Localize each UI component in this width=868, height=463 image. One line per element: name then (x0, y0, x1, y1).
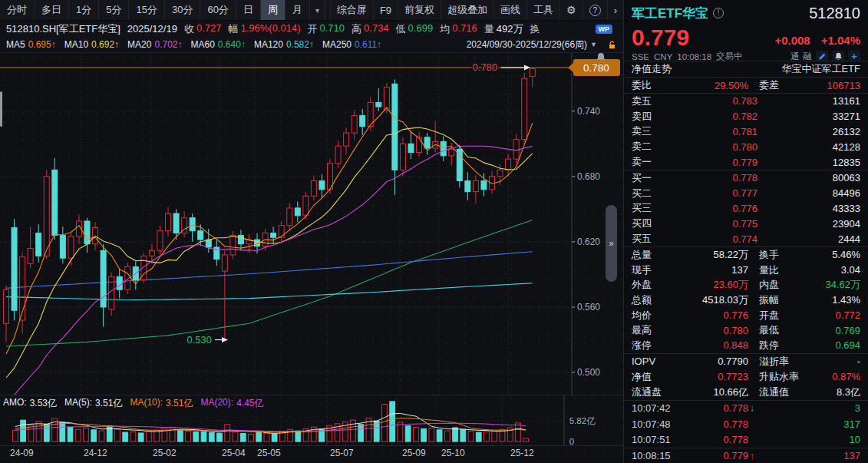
tick-list[interactable]: 10:07:420.778↓310:07:480.77831710:07:510… (624, 401, 868, 463)
volume-bar (398, 422, 403, 442)
candle (351, 115, 357, 133)
candle (279, 226, 284, 238)
ask-row[interactable]: 卖三0.78126132 (624, 124, 868, 140)
tool-button-3[interactable]: 超级叠加 (441, 0, 493, 20)
ma-legend-items: MA50.695↑MA100.692↑MA200.702↑MA600.640↑M… (6, 39, 381, 50)
tab-period-7[interactable]: 日 (236, 0, 261, 20)
volume-bar (476, 432, 481, 442)
more-chevron-icon[interactable]: › (607, 0, 623, 20)
candle (473, 180, 478, 191)
help-button[interactable]: ? (583, 0, 607, 20)
candle (4, 289, 9, 323)
y-axis-label: 0.680 (577, 171, 600, 182)
price-change-pct: +1.04% (821, 34, 860, 47)
y-axis-label: 0.560 (577, 302, 600, 313)
bid-queue: 买一0.77880063买二0.77784496买三0.77643333买四0.… (624, 170, 868, 247)
price-chart-svg[interactable]: 0.7400.6800.6200.5600.5000.7800.5300.780 (0, 53, 623, 395)
candle (344, 133, 349, 146)
candle (457, 149, 462, 180)
weicha-label: 委差 (759, 78, 817, 92)
alert-bell-icon[interactable] (832, 51, 844, 62)
volume-bar (358, 425, 364, 442)
bid-row[interactable]: 买三0.77643333 (624, 201, 868, 217)
volume-bar (21, 420, 26, 442)
volume-bar (523, 438, 529, 442)
tab-period-9[interactable]: 月 (285, 0, 310, 20)
candle (222, 255, 227, 271)
ma-legend-item: MA50.695↑ (6, 39, 56, 50)
settings-gear-icon[interactable]: ⚙ (559, 0, 583, 20)
fund-full-name: 华宝中证军工ETF (781, 62, 860, 76)
bid-row[interactable]: 买二0.77784496 (624, 186, 868, 201)
date-range-selector[interactable]: 2024/09/30-2025/12/29(66周) ▼ (467, 38, 597, 51)
tool-button-0[interactable]: 综合屏 (330, 0, 373, 20)
candle (68, 236, 74, 258)
tab-period-0[interactable]: 分时 (0, 0, 35, 20)
add-plus-icon[interactable]: + (848, 51, 860, 62)
chart-region[interactable]: 0.7400.6800.6200.5600.5000.7800.5300.780… (0, 52, 623, 463)
ask-row[interactable]: 卖二0.78042128 (624, 139, 868, 154)
candle (424, 137, 430, 148)
info-icon[interactable]: ! (713, 8, 724, 18)
volume-bar (130, 432, 136, 442)
volume-bar (84, 428, 89, 442)
tab-period-5[interactable]: 30分 (165, 0, 200, 20)
tab-period-3[interactable]: 5分 (99, 0, 129, 20)
quote-time: 10:08:18 (677, 52, 711, 61)
tab-period-1[interactable]: 多日 (35, 0, 69, 20)
candle (52, 170, 58, 235)
wp-badge-icon[interactable]: WP (596, 25, 613, 34)
ask-queue: 卖五0.78313161卖四0.78233271卖三0.78126132卖二0.… (624, 94, 868, 170)
volume-bar (264, 433, 269, 442)
tab-period-4[interactable]: 15分 (129, 0, 164, 20)
edit-pencil-icon[interactable] (816, 51, 828, 62)
volume-bar (272, 434, 277, 442)
candle (28, 248, 33, 263)
tab-period-6[interactable]: 60分 (200, 0, 236, 20)
x-axis-label: 25-10 (441, 448, 465, 458)
tool-button-1[interactable]: F9 (373, 0, 398, 20)
ask-row[interactable]: 卖五0.78313161 (624, 94, 868, 109)
bid-row[interactable]: 买一0.77880063 (624, 170, 868, 186)
volume-axis-label: 5.82亿 (569, 415, 596, 425)
candle (441, 141, 446, 155)
tool-button-5[interactable]: 工具 (526, 0, 559, 20)
x-axis-label: 25-04 (222, 448, 246, 458)
period-dropdown-icon[interactable]: ▾ (310, 0, 325, 20)
volume-bar (468, 432, 474, 442)
volume-bar (28, 425, 34, 442)
period-tabs: 分时多日1分5分15分30分60分日周月▾ (0, 0, 325, 20)
candle (497, 170, 503, 177)
tab-period-2[interactable]: 1分 (69, 0, 99, 20)
help-question-icon: ? (589, 5, 601, 16)
left-scrollbar[interactable] (0, 91, 2, 127)
ma-legend-item: MA1200.582↑ (254, 39, 314, 50)
candle (190, 218, 195, 231)
tab-period-8[interactable]: 周 (261, 0, 285, 20)
volume-bar (240, 433, 246, 442)
tick-row: 10:08:150.779↑137 (624, 448, 868, 463)
info-field: 收0.727 (184, 22, 222, 36)
last-price: 0.779 (632, 25, 689, 50)
stats-row: 总量58.22万换手5.46% (624, 247, 868, 263)
lock-open-icon[interactable] (607, 40, 617, 50)
nav-value-row: 净值走势 华宝中证军工ETF (624, 61, 868, 78)
volume-bar (444, 431, 450, 442)
bid-row[interactable]: 买五0.7742444 (624, 231, 868, 246)
period-toolbar: 分时多日1分5分15分30分60分日周月▾ 综合屏F9前复权超级叠加画线工具⚙?… (0, 0, 623, 21)
bid-row[interactable]: 买四0.77523904 (624, 216, 868, 231)
ask-row[interactable]: 卖一0.77912835 (624, 154, 868, 170)
candle (417, 137, 422, 153)
tool-button-2[interactable]: 前复权 (398, 0, 441, 20)
tool-button-4[interactable]: 画线 (493, 0, 526, 20)
ask-row[interactable]: 卖四0.78233271 (624, 109, 868, 124)
iopv-row: 流通盘10.66亿流通值8.3亿 (624, 385, 868, 400)
volume-zero-label: 0 (569, 436, 575, 446)
axis-bell-icon (597, 53, 606, 60)
volume-bar (60, 422, 65, 442)
collapse-panel-handle[interactable]: » (606, 205, 617, 282)
tick-row: 10:07:510.77810 (624, 432, 868, 448)
nav-trend-link[interactable]: 净值走势 (632, 62, 672, 76)
margin-badge-rong: 融 (804, 51, 813, 62)
candle (271, 233, 276, 238)
